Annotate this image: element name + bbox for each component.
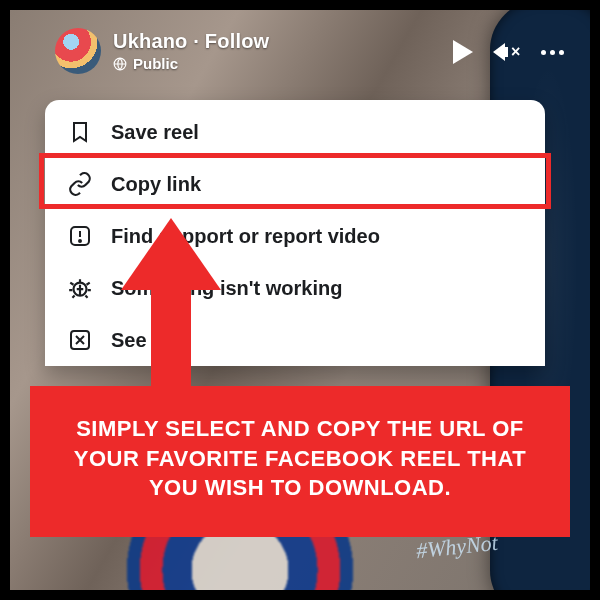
follow-link[interactable]: Follow	[205, 30, 270, 52]
menu-item-label: Save reel	[111, 121, 199, 144]
menu-item-save-reel[interactable]: Save reel	[45, 106, 545, 158]
menu-item-label: Something isn't working	[111, 277, 342, 300]
screenshot-frame: #WhyNot Ukhano · Follow Public ×	[10, 10, 590, 590]
play-icon[interactable]	[453, 40, 473, 64]
instruction-caption: SIMPLY SELECT AND COPY THE URL OF YOUR F…	[30, 386, 570, 537]
visibility-label: Public	[133, 55, 178, 72]
menu-item-label: Find support or report video	[111, 225, 380, 248]
menu-item-label: Copy link	[111, 173, 201, 196]
more-options-icon[interactable]	[541, 50, 564, 55]
stage: #WhyNot Ukhano · Follow Public ×	[0, 0, 600, 600]
bookmark-icon	[67, 119, 93, 145]
menu-item-copy-link[interactable]: Copy link	[45, 158, 545, 210]
video-controls: ×	[453, 38, 564, 66]
svg-point-2	[79, 240, 81, 242]
globe-icon	[113, 57, 127, 71]
reel-header: Ukhano · Follow Public	[55, 28, 269, 74]
author-name[interactable]: Ukhano	[113, 30, 188, 52]
mute-icon[interactable]: ×	[493, 38, 521, 66]
avatar[interactable]	[55, 28, 101, 74]
menu-item-see-less[interactable]: See less	[45, 314, 545, 366]
menu-item-label: See less	[111, 329, 191, 352]
x-box-icon	[67, 327, 93, 353]
separator: ·	[193, 30, 199, 52]
context-menu: Save reel Copy link Find support or repo…	[45, 100, 545, 366]
author-row[interactable]: Ukhano · Follow	[113, 30, 269, 53]
header-text: Ukhano · Follow Public	[113, 30, 269, 72]
menu-item-report[interactable]: Find support or report video	[45, 210, 545, 262]
bug-icon	[67, 275, 93, 301]
link-icon	[67, 171, 93, 197]
visibility-row: Public	[113, 55, 269, 72]
menu-item-bug[interactable]: Something isn't working	[45, 262, 545, 314]
alert-icon	[67, 223, 93, 249]
